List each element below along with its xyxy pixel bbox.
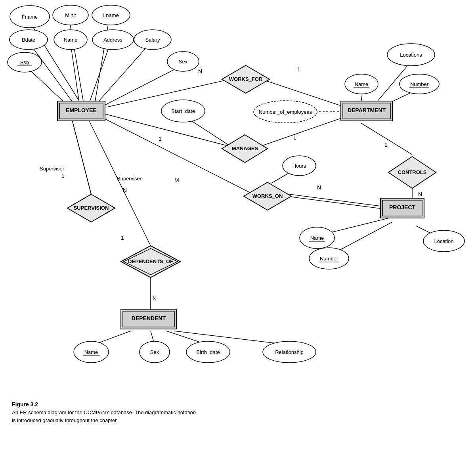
works-for-n: N (198, 68, 202, 75)
svg-line-30 (71, 117, 91, 194)
supervisor-label: Supervisor (40, 166, 65, 172)
dep-name-attr: Name (84, 349, 98, 355)
manages-label: MANAGES (232, 145, 258, 151)
dept-name-attr: Name (355, 81, 369, 87)
dept-number-attr: Number (410, 81, 429, 87)
lname-attr: Lname (103, 12, 119, 18)
department-label: DEPARTMENT (348, 107, 386, 113)
location-attr: Location (434, 238, 453, 244)
svg-line-6 (97, 44, 150, 103)
supervision-1: 1 (61, 172, 65, 179)
works-on-label: WORKS_ON (252, 193, 283, 199)
salary-attr: Salary (145, 37, 160, 43)
controls-1: 1 (384, 142, 388, 148)
address-attr: Address (103, 37, 122, 43)
svg-line-22 (283, 196, 380, 208)
employee-label: EMPLOYEE (66, 107, 97, 113)
manages-1-dept: 1 (293, 134, 296, 141)
works-on-n: N (317, 184, 321, 191)
manages-1-emp: 1 (159, 136, 162, 142)
emp-name-attr: Name (64, 37, 78, 43)
works-for-label: WORKS_FOR (229, 76, 263, 82)
figure-title: Figure 3.2 (12, 400, 196, 409)
controls-n: N (418, 191, 422, 197)
works-on-m: M (174, 177, 179, 184)
svg-line-35 (174, 331, 289, 345)
hours-attr: Hours (292, 163, 306, 169)
dependent-label: DEPENDENT (132, 315, 166, 321)
dependents-of-label: DEPENDENTS_OF (128, 258, 173, 264)
num-emp-attr: Number_of_employees (259, 109, 312, 115)
relationship-attr: Relationship (275, 349, 304, 355)
svg-line-14 (101, 113, 228, 146)
figure-caption: Figure 3.2 An ER schema diagram for the … (12, 400, 196, 424)
supervisee-label: Supervisee (117, 176, 143, 182)
dep-sex-attr: Sex (150, 349, 159, 355)
dep-of-n: N (153, 295, 157, 302)
svg-line-5 (89, 44, 110, 103)
fname-attr: Fname (22, 14, 38, 20)
dep-of-1: 1 (121, 235, 124, 241)
locations-attr: Locations (400, 52, 422, 58)
birthdate-attr: Birth_date (196, 349, 220, 355)
proj-number-attr: Number (320, 256, 338, 262)
proj-name-attr: Name (310, 235, 324, 241)
supervision-n: N (123, 187, 127, 193)
start-date-attr: Start_date (171, 108, 195, 114)
svg-line-25 (333, 222, 392, 254)
svg-line-3 (30, 44, 73, 103)
works-for-1: 1 (297, 66, 300, 73)
svg-line-21 (283, 193, 380, 206)
caption-line1: An ER schema diagram for the COMPANY dat… (12, 409, 196, 417)
minit-attr: Minit (65, 12, 76, 18)
caption-line2: is introduced gradually throughout the c… (12, 417, 196, 425)
bdate-attr: Bdate (22, 37, 35, 43)
project-label: PROJECT (389, 204, 416, 210)
svg-line-18 (361, 123, 412, 155)
supervision-label: SUPERVISION (74, 205, 109, 211)
ssn-attr: Ssn (20, 59, 29, 65)
controls-label: CONTROLS (398, 169, 427, 175)
svg-line-8 (101, 65, 182, 107)
svg-line-24 (325, 217, 392, 234)
sex-emp-attr: Sex (179, 59, 188, 65)
